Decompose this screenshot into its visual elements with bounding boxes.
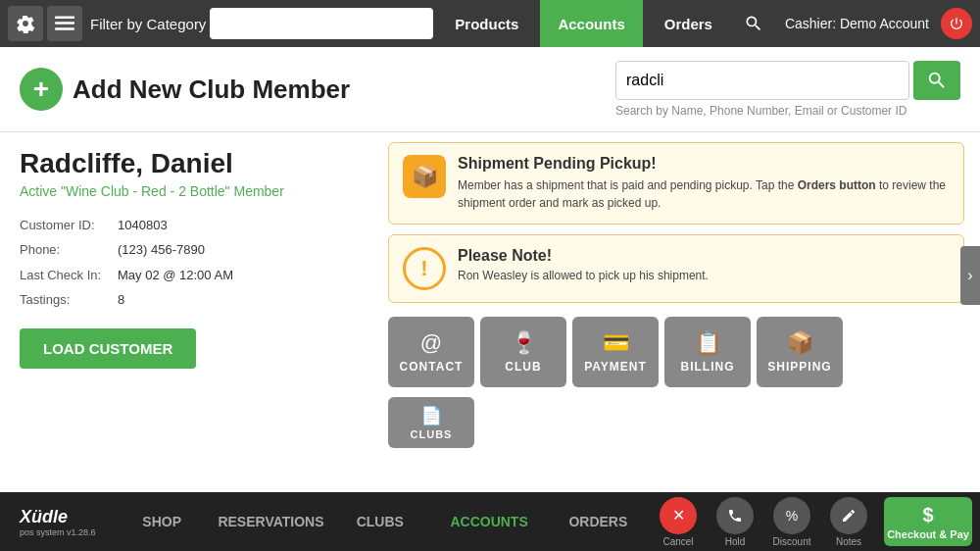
main-content: + Add New Club Member Search by Name, Ph… [0,47,980,492]
cashier-label: Cashier: Demo Account [785,16,929,31]
products-nav-btn[interactable]: Products [437,0,536,47]
clubs-button-row: 📄 CLUBS [388,397,964,448]
club-button[interactable]: 🍷 CLUB [480,317,566,387]
brand-name: Xüdle [20,507,96,527]
reservations-nav-btn[interactable]: RESERVATIONS [217,492,325,551]
table-row: Tastings: 8 [20,287,239,312]
brand-area: Xüdle pos system v1.28.6 [8,507,108,537]
shipment-alert-title: Shipment Pending Pickup! [458,155,950,173]
last-checkin-value: May 02 @ 12:00 AM [118,263,239,287]
phone-value: (123) 456-7890 [118,237,239,262]
search-icon[interactable] [734,4,773,43]
cancel-label: Cancel [662,536,693,547]
note-alert: ! Please Note! Ron Weasley is allowed to… [388,234,964,303]
customer-search-section: Search by Name, Phone Number, Email or C… [615,61,960,118]
bottom-navigation: Xüdle pos system v1.28.6 SHOP RESERVATIO… [0,492,980,551]
tastings-value: 8 [118,287,239,312]
checkout-button[interactable]: $ Checkout & Pay [884,497,972,546]
accounts-nav-btn[interactable]: Accounts [540,0,642,47]
billing-button[interactable]: 📋 BILLING [664,317,751,387]
contact-icon: @ [420,330,442,356]
add-member-label: Add New Club Member [73,75,350,105]
customer-id-value: 1040803 [118,213,239,237]
cancel-icon: ✕ [660,497,697,534]
top-navigation: Filter by Category Products Accounts Ord… [0,0,980,47]
shipment-alert-content: Shipment Pending Pickup! Member has a sh… [458,155,950,212]
phone-label: Phone: [20,237,118,262]
logout-button[interactable] [941,8,972,39]
shipment-icon: 📦 [403,155,446,198]
note-alert-body: Ron Weasley is allowed to pick up his sh… [458,269,709,282]
payment-button[interactable]: 💳 PAYMENT [572,317,659,387]
discount-icon: % [773,497,810,534]
clubs-nav-btn[interactable]: CLUBS [325,492,434,551]
customer-name: Radcliffe, Daniel [20,148,353,179]
hold-label: Hold [725,536,746,547]
brand-subtitle: pos system v1.28.6 [20,527,96,537]
customer-info-table: Customer ID: 1040803 Phone: (123) 456-78… [20,213,353,313]
filter-label: Filter by Category [90,16,206,32]
checkout-label: Checkout & Pay [887,528,969,540]
svg-rect-1 [55,22,74,24]
orders-bottom-nav-btn[interactable]: ORDERS [544,492,653,551]
add-member-button[interactable]: + Add New Club Member [20,68,350,111]
svg-rect-2 [55,27,74,30]
notes-icon [830,497,867,534]
discount-action-btn[interactable]: % Discount [766,497,817,547]
notes-action-btn[interactable]: Notes [823,497,874,547]
table-row: Customer ID: 1040803 [20,213,239,237]
load-customer-button[interactable]: LOAD CUSTOMER [20,328,196,369]
billing-icon: 📋 [695,330,721,356]
payment-label: PAYMENT [584,360,647,374]
shipment-alert: 📦 Shipment Pending Pickup! Member has a … [388,142,964,225]
note-alert-content: Please Note! Ron Weasley is allowed to p… [458,247,709,282]
customer-id-label: Customer ID: [20,213,118,237]
orders-nav-btn[interactable]: Orders [647,0,730,47]
clubs-secondary-button[interactable]: 📄 CLUBS [388,397,474,448]
gear-button[interactable] [8,6,43,41]
customer-search-input[interactable] [615,61,909,100]
hold-action-btn[interactable]: Hold [710,497,760,547]
cancel-action-btn[interactable]: ✕ Cancel [653,497,704,547]
add-member-row: + Add New Club Member Search by Name, Ph… [0,47,980,132]
customer-right-panel: 📦 Shipment Pending Pickup! Member has a … [372,132,980,492]
top-search-input[interactable] [210,8,433,39]
svg-rect-0 [55,17,74,20]
hold-icon [716,497,754,534]
clubs-icon: 📄 [420,405,442,426]
tastings-label: Tastings: [20,287,118,312]
contact-button[interactable]: @ CONTACT [388,317,474,387]
billing-label: BILLING [681,360,735,374]
shipment-alert-body: Member has a shipment that is paid and p… [458,176,950,212]
menu-button[interactable] [47,6,82,41]
note-alert-title: Please Note! [458,247,709,265]
last-checkin-label: Last Check In: [20,263,118,287]
customer-search-button[interactable] [913,61,960,100]
payment-icon: 💳 [603,330,629,356]
bottom-action-buttons: ✕ Cancel Hold % Discount Notes $ Checkou… [653,497,972,547]
accounts-bottom-nav-btn[interactable]: ACCOUNTS [434,492,543,551]
right-panel-toggle[interactable]: › [960,246,980,305]
notes-label: Notes [836,536,861,547]
search-hint: Search by Name, Phone Number, Email or C… [615,104,960,118]
table-row: Last Check In: May 02 @ 12:00 AM [20,263,239,287]
shop-nav-btn[interactable]: SHOP [108,492,217,551]
clubs-label: CLUBS [411,428,453,440]
customer-area: Radcliffe, Daniel Active "Wine Club - Re… [0,132,980,492]
shipping-icon: 📦 [787,330,813,356]
customer-left-panel: Radcliffe, Daniel Active "Wine Club - Re… [0,132,372,492]
note-icon: ! [403,247,446,290]
table-row: Phone: (123) 456-7890 [20,237,239,262]
shipping-button[interactable]: 📦 SHIPPING [757,317,843,387]
member-status: Active "Wine Club - Red - 2 Bottle" Memb… [20,183,353,199]
discount-label: Discount [773,536,811,547]
checkout-icon: $ [922,504,933,526]
plus-icon: + [20,68,63,111]
shipping-label: SHIPPING [767,360,831,374]
club-label: CLUB [505,360,541,374]
contact-label: CONTACT [400,360,464,374]
action-buttons-row: @ CONTACT 🍷 CLUB 💳 PAYMENT 📋 BILLING 📦 [388,313,964,387]
club-icon: 🍷 [511,330,537,356]
